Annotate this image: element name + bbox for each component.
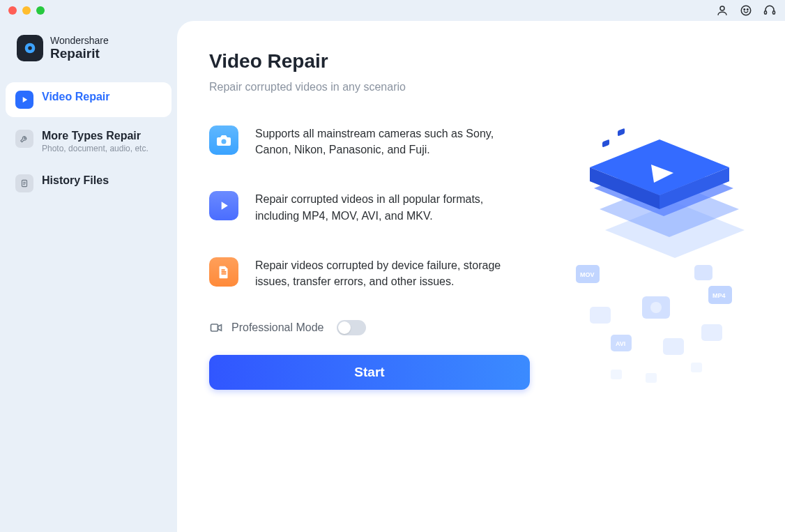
feature-list: Supports all mainstream cameras such as … — [209, 126, 530, 289]
brand: Wondershare Repairit — [6, 35, 172, 78]
wrench-icon — [15, 130, 33, 148]
svg-marker-20 — [651, 165, 673, 183]
start-button-label: Start — [354, 365, 384, 380]
svg-text:MOV: MOV — [580, 271, 595, 278]
feature-text: Repair corrupted videos in all popular f… — [255, 191, 530, 223]
svg-rect-31 — [663, 338, 684, 355]
svg-rect-25 — [611, 335, 632, 351]
feature-item: Repair videos corrupted by device failur… — [209, 257, 530, 289]
svg-marker-11 — [605, 202, 745, 258]
svg-marker-15 — [590, 167, 660, 209]
window-controls — [8, 6, 45, 15]
window-close-button[interactable] — [8, 6, 17, 15]
sidebar-item-more-types-repair[interactable]: More Types Repair Photo, document, audio… — [6, 121, 172, 162]
feature-text: Supports all mainstream cameras such as … — [255, 126, 530, 158]
sidebar-item-video-repair[interactable]: Video Repair — [6, 82, 172, 117]
camera-icon — [209, 126, 238, 155]
brand-line1: Wondershare — [50, 36, 109, 47]
window-maximize-button[interactable] — [36, 6, 45, 15]
svg-rect-33 — [611, 370, 622, 379]
svg-rect-27 — [694, 265, 712, 280]
svg-point-7 — [28, 46, 32, 50]
start-button[interactable]: Start — [209, 355, 530, 390]
svg-point-2 — [744, 9, 745, 10]
svg-text:MP4: MP4 — [712, 292, 726, 299]
corrupted-file-icon — [209, 257, 238, 287]
document-icon — [15, 174, 33, 192]
svg-rect-18 — [618, 128, 625, 137]
sidebar-item-label: More Types Repair — [42, 130, 148, 142]
brand-logo-icon — [17, 35, 43, 61]
svg-marker-13 — [594, 160, 733, 216]
svg-rect-4 — [765, 11, 767, 15]
svg-text:AVI: AVI — [616, 340, 625, 347]
svg-point-29 — [650, 302, 662, 313]
svg-marker-16 — [660, 167, 729, 209]
feature-text: Repair videos corrupted by device failur… — [255, 257, 530, 289]
window-minimize-button[interactable] — [22, 6, 31, 15]
svg-rect-5 — [773, 11, 775, 15]
feedback-icon[interactable] — [739, 3, 753, 17]
sidebar-item-label: History Files — [42, 174, 109, 187]
svg-point-1 — [741, 6, 751, 15]
svg-marker-14 — [590, 139, 729, 195]
svg-point-0 — [720, 6, 724, 10]
user-icon[interactable] — [715, 3, 729, 17]
page-subtitle: Repair corrupted videos in any scenario — [209, 81, 753, 93]
svg-rect-21 — [576, 265, 600, 283]
svg-rect-28 — [642, 296, 670, 319]
svg-rect-34 — [691, 363, 702, 372]
professional-mode-toggle[interactable] — [337, 320, 366, 335]
support-icon[interactable] — [763, 3, 777, 17]
toggle-knob — [338, 321, 351, 334]
svg-marker-12 — [600, 181, 739, 237]
svg-rect-23 — [708, 286, 732, 304]
svg-rect-35 — [646, 373, 657, 383]
titlebar — [0, 0, 785, 21]
main-content: Video Repair Repair corrupted videos in … — [177, 21, 785, 532]
sidebar-item-label: Video Repair — [42, 91, 110, 103]
svg-rect-10 — [211, 324, 218, 331]
page-title: Video Repair — [209, 50, 753, 73]
video-play-icon — [15, 91, 33, 109]
feature-item: Supports all mainstream cameras such as … — [209, 126, 530, 158]
video-illustration: MOV MP4 AVI — [562, 126, 764, 390]
professional-mode-row: Professional Mode — [209, 320, 753, 335]
svg-rect-17 — [602, 139, 609, 148]
feature-item: Repair corrupted videos in all popular f… — [209, 191, 530, 223]
professional-mode-label: Professional Mode — [231, 321, 324, 334]
sidebar-item-sublabel: Photo, document, audio, etc. — [42, 144, 148, 153]
sidebar-item-history-files[interactable]: History Files — [6, 166, 172, 201]
svg-point-3 — [747, 9, 749, 10]
sidebar: Wondershare Repairit Video Repair More T… — [0, 21, 177, 532]
svg-point-9 — [222, 139, 227, 144]
brand-line2: Repairit — [50, 46, 109, 61]
video-icon — [209, 321, 223, 335]
play-icon — [209, 191, 238, 220]
